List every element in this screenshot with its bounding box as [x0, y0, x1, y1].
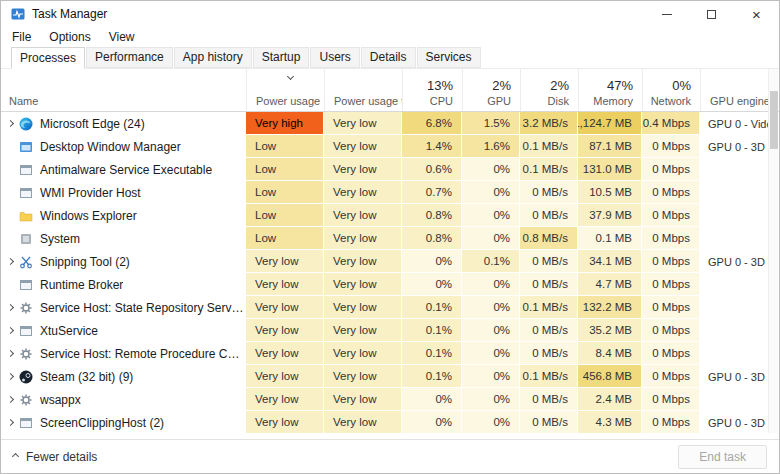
cell-gpu[interactable]: 0% [462, 296, 520, 319]
cell-gpu-engine[interactable] [700, 319, 771, 342]
cell-memory[interactable]: 456.8 MB [578, 365, 642, 388]
cell-memory[interactable]: 10.5 MB [578, 181, 642, 204]
menu-options[interactable]: Options [40, 28, 99, 46]
cell-disk[interactable]: 3.2 MB/s [520, 112, 578, 135]
cell-network[interactable]: 0 Mbps [642, 411, 700, 434]
row-expander[interactable] [1, 397, 19, 402]
vertical-scrollbar[interactable] [768, 69, 778, 433]
process-row-desktop-window-manager[interactable]: Desktop Window ManagerLowVery low1.4%1.6… [1, 135, 771, 158]
cell-power-usage[interactable]: Low [246, 227, 324, 250]
cell-gpu[interactable]: 0% [462, 158, 520, 181]
cell-gpu-engine[interactable] [700, 296, 771, 319]
column-percent-cpu[interactable]: 13% [402, 69, 462, 93]
cell-gpu[interactable]: 0% [462, 273, 520, 296]
cell-gpu-engine[interactable]: GPU 0 - 3D [700, 365, 771, 388]
end-task-button[interactable]: End task [678, 445, 767, 469]
cell-power-usage-trend[interactable]: Very low [324, 319, 402, 342]
process-row-screenclippinghost-2[interactable]: ScreenClippingHost (2)Very lowVery low0%… [1, 411, 771, 434]
column-percent-memory[interactable]: 47% [578, 69, 642, 93]
cell-gpu-engine[interactable]: GPU 0 - 3D [700, 135, 771, 158]
tab-performance[interactable]: Performance [86, 47, 173, 68]
menu-view[interactable]: View [100, 28, 144, 46]
fewer-details-toggle[interactable]: Fewer details [13, 450, 97, 464]
cell-disk[interactable]: 0.1 MB/s [520, 296, 578, 319]
cell-gpu-engine[interactable]: GPU 0 - 3D [700, 250, 771, 273]
cell-cpu[interactable]: 0.7% [402, 181, 462, 204]
cell-power-usage-trend[interactable]: Very low [324, 388, 402, 411]
cell-gpu[interactable]: 0.1% [462, 250, 520, 273]
cell-network[interactable]: 0 Mbps [642, 250, 700, 273]
row-expander[interactable] [1, 259, 19, 264]
cell-gpu[interactable]: 0% [462, 388, 520, 411]
cell-cpu[interactable]: 6.8% [402, 112, 462, 135]
cell-power-usage-trend[interactable]: Very low [324, 227, 402, 250]
cell-power-usage[interactable]: Very low [246, 273, 324, 296]
process-row-service-host-remote-procedure-call-2[interactable]: Service Host: Remote Procedure Call (2)V… [1, 342, 771, 365]
cell-memory[interactable]: 4.3 MB [578, 411, 642, 434]
row-expander[interactable] [1, 420, 19, 425]
cell-power-usage-trend[interactable]: Very low [324, 296, 402, 319]
cell-cpu[interactable]: 0.8% [402, 227, 462, 250]
cell-gpu[interactable]: 0% [462, 204, 520, 227]
cell-power-usage[interactable]: Very low [246, 388, 324, 411]
cell-cpu[interactable]: 0.1% [402, 365, 462, 388]
process-row-xtuservice[interactable]: XtuServiceVery lowVery low0.1%0%0 MB/s35… [1, 319, 771, 342]
process-row-wsappx[interactable]: wsappxVery lowVery low0%0%0 MB/s2.4 MB0 … [1, 388, 771, 411]
row-expander[interactable] [1, 305, 19, 310]
cell-power-usage-trend[interactable]: Very low [324, 135, 402, 158]
cell-power-usage-trend[interactable]: Very low [324, 158, 402, 181]
cell-memory[interactable]: 0.1 MB [578, 227, 642, 250]
column-header-gpu[interactable]: GPU [462, 93, 520, 111]
column-header-power-usage-trend[interactable]: Power usage tre... [324, 93, 402, 111]
cell-power-usage-trend[interactable]: Very low [324, 181, 402, 204]
cell-cpu[interactable]: 0.1% [402, 296, 462, 319]
cell-power-usage[interactable]: Very low [246, 342, 324, 365]
cell-power-usage[interactable]: Low [246, 181, 324, 204]
column-percent-gpu[interactable]: 2% [462, 69, 520, 93]
cell-memory[interactable]: 132.2 MB [578, 296, 642, 319]
cell-power-usage[interactable]: Very high [246, 112, 324, 135]
cell-gpu[interactable]: 0% [462, 181, 520, 204]
cell-network[interactable]: 0 Mbps [642, 296, 700, 319]
cell-network[interactable]: 0 Mbps [642, 135, 700, 158]
cell-disk[interactable]: 0 MB/s [520, 388, 578, 411]
column-percent-network[interactable]: 0% [642, 69, 700, 93]
cell-disk[interactable]: 0 MB/s [520, 204, 578, 227]
cell-cpu[interactable]: 0.8% [402, 204, 462, 227]
cell-network[interactable]: 0 Mbps [642, 204, 700, 227]
cell-power-usage[interactable]: Very low [246, 296, 324, 319]
process-row-windows-explorer[interactable]: Windows ExplorerLowVery low0.8%0%0 MB/s3… [1, 204, 771, 227]
cell-cpu[interactable]: 1.4% [402, 135, 462, 158]
cell-memory[interactable]: 131.0 MB [578, 158, 642, 181]
cell-power-usage-trend[interactable]: Very low [324, 365, 402, 388]
cell-power-usage[interactable]: Very low [246, 365, 324, 388]
cell-gpu[interactable]: 0% [462, 227, 520, 250]
column-percent-disk[interactable]: 2% [520, 69, 578, 93]
column-header-power-usage[interactable]: Power usage [246, 93, 324, 111]
cell-gpu[interactable]: 1.5% [462, 112, 520, 135]
cell-network[interactable]: 0.4 Mbps [642, 112, 700, 135]
cell-gpu-engine[interactable] [700, 342, 771, 365]
cell-gpu-engine[interactable] [700, 388, 771, 411]
column-header-gpu-engine[interactable]: GPU engine [700, 93, 771, 111]
cell-gpu[interactable]: 0% [462, 411, 520, 434]
cell-disk[interactable]: 0 MB/s [520, 342, 578, 365]
minimize-button[interactable] [644, 1, 689, 27]
cell-cpu[interactable]: 0% [402, 411, 462, 434]
cell-disk[interactable]: 0 MB/s [520, 273, 578, 296]
cell-gpu[interactable]: 0% [462, 365, 520, 388]
cell-memory[interactable]: 35.2 MB [578, 319, 642, 342]
column-header-name[interactable]: Name [1, 93, 246, 111]
process-row-snipping-tool-2[interactable]: Snipping Tool (2)Very lowVery low0%0.1%0… [1, 250, 771, 273]
row-expander[interactable] [1, 374, 19, 379]
cell-cpu[interactable]: 0.6% [402, 158, 462, 181]
cell-power-usage-trend[interactable]: Very low [324, 342, 402, 365]
cell-gpu[interactable]: 0% [462, 342, 520, 365]
cell-disk[interactable]: 0 MB/s [520, 250, 578, 273]
tab-services[interactable]: Services [417, 47, 481, 68]
cell-disk[interactable]: 0.1 MB/s [520, 158, 578, 181]
cell-gpu-engine[interactable] [700, 273, 771, 296]
cell-disk[interactable]: 0.8 MB/s [520, 227, 578, 250]
cell-cpu[interactable]: 0% [402, 388, 462, 411]
row-expander[interactable] [1, 328, 19, 333]
